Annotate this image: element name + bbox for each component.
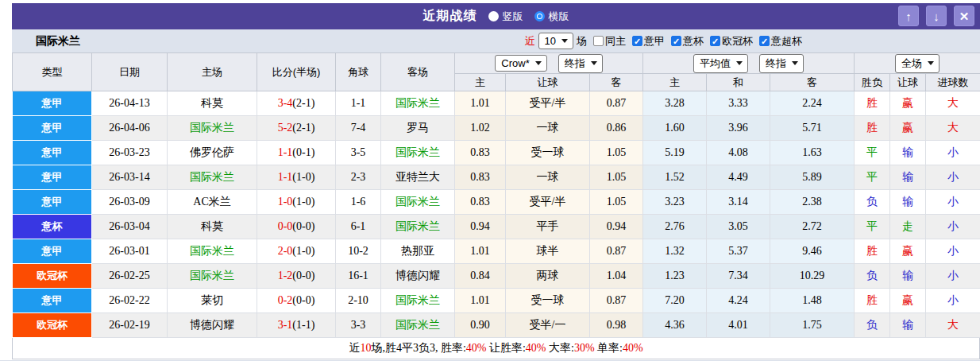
table-row: 意甲26-03-23佛罗伦萨1-1(0-1)3-5国际米兰0.83受一球1.05… — [13, 141, 980, 165]
match-date: 26-03-04 — [92, 215, 168, 239]
avg-home: 1.32 — [643, 239, 707, 264]
odds-home: 0.83 — [455, 190, 506, 215]
halftime-score: (2-1) — [292, 122, 314, 134]
table-row: 意杯26-03-04科莫0-0(0-0)6-1国际米兰0.94平手0.942.7… — [13, 215, 980, 239]
goals-cell: 小 — [926, 165, 980, 190]
odds-away: 0.86 — [590, 116, 643, 141]
away-team: 国际米兰 — [381, 91, 455, 116]
filters-group: 近 10 场 同主 ✓意甲✓意杯✓欧冠杯✓意超杯 — [525, 33, 802, 49]
score-cell: 3-4(2-1) — [257, 91, 336, 116]
handicap-result-cell: 输 — [890, 165, 926, 190]
move-down-button[interactable]: ↓ — [926, 6, 947, 26]
odds-stage-select-2[interactable]: 终指 — [759, 54, 804, 73]
col-header-score: 比分(半场) — [257, 53, 336, 91]
corner-score: 2-3 — [336, 165, 381, 190]
match-date: 26-03-01 — [92, 239, 168, 264]
move-up-button[interactable]: ↑ — [898, 6, 919, 26]
odds-home: 1.01 — [455, 91, 506, 116]
odds-handicap: 受平/半 — [506, 190, 590, 215]
radio-vertical-label: 竖版 — [503, 10, 523, 24]
home-team: 国际米兰 — [168, 264, 257, 289]
chevron-down-icon — [792, 61, 798, 65]
bookmaker-select[interactable]: Crow* — [495, 55, 546, 72]
recent-label: 近 — [525, 34, 535, 49]
sub-header-avg-away: 客 — [770, 74, 855, 91]
sub-header-result: 胜负 — [855, 74, 890, 91]
title-bar: 近期战绩 竖版 横版 ↑ ↓ ✕ — [12, 3, 980, 29]
odds-home: 1.01 — [455, 289, 506, 313]
summary-row: 近10场,胜4平3负3, 胜率:40% 让胜率:40% 大率:30% 单率:40… — [12, 338, 980, 359]
home-team: 国际米兰 — [168, 116, 257, 141]
score-cell: 5-2(2-1) — [257, 116, 336, 141]
score-cell: 1-1(0-1) — [257, 141, 336, 165]
score-cell: 3-1(1-1) — [257, 313, 336, 338]
fulltime-group-header: 全场 — [855, 53, 980, 74]
odds-away: 0.98 — [590, 313, 643, 338]
table-row: 意甲26-02-22莱切0-2(0-0)2-10国际米兰1.01受一球0.877… — [13, 289, 980, 313]
avg-home: 1.60 — [643, 116, 707, 141]
halftime-score: (0-0) — [292, 294, 314, 306]
average-select[interactable]: 平均值 — [693, 54, 748, 73]
league-filter-checkboxes: ✓意甲✓意杯✓欧冠杯✓意超杯 — [626, 34, 802, 49]
close-button[interactable]: ✕ — [954, 6, 974, 26]
goals-cell: 大 — [926, 116, 980, 141]
summary-segment: 让胜率: — [486, 342, 525, 354]
away-team: 国际米兰 — [381, 313, 455, 338]
recent-count-select[interactable]: 10 — [538, 33, 573, 49]
summary-segment: 单率: — [595, 342, 623, 354]
league-checkbox[interactable]: ✓ — [632, 36, 642, 46]
avg-draw: 4.08 — [707, 141, 770, 165]
average-group-header: 平均值 终指 — [643, 53, 855, 74]
radio-horizontal-label: 横版 — [549, 10, 569, 24]
league-checkbox[interactable]: ✓ — [710, 36, 720, 46]
home-team: 莱切 — [168, 289, 257, 313]
recent-count-value: 10 — [545, 35, 556, 47]
chevron-down-icon — [736, 61, 743, 65]
summary-segment: 场,胜4平3负3, 胜率: — [371, 342, 465, 354]
home-team: AC米兰 — [168, 190, 257, 215]
odds-stage-select-1[interactable]: 终指 — [558, 54, 603, 73]
avg-away: 1.63 — [770, 141, 855, 165]
result-cell: 平 — [855, 165, 890, 190]
odds-home: 1.02 — [455, 116, 506, 141]
match-date: 26-02-19 — [92, 313, 168, 338]
fulltime-select[interactable]: 全场 — [895, 54, 939, 73]
result-cell: 胜 — [855, 239, 890, 264]
match-date: 26-02-22 — [92, 289, 168, 313]
away-team: 国际米兰 — [381, 215, 455, 239]
score-cell: 1-0(1-0) — [257, 190, 336, 215]
result-cell: 负 — [855, 313, 890, 338]
radio-horizontal-icon[interactable] — [534, 11, 545, 21]
league-checkbox[interactable]: ✓ — [671, 36, 681, 46]
corner-score: 16-1 — [336, 264, 381, 289]
halftime-score: (1-0) — [292, 196, 314, 208]
avg-draw: 3.05 — [707, 215, 770, 239]
match-date: 26-02-25 — [92, 264, 168, 289]
league-checkbox[interactable]: ✓ — [759, 36, 770, 46]
same-home-checkbox[interactable] — [593, 36, 604, 46]
score-cell: 0-2(0-0) — [257, 289, 336, 313]
league-badge: 意甲 — [13, 91, 92, 116]
halftime-score: (2-1) — [292, 97, 314, 109]
corner-score: 6-1 — [336, 215, 381, 239]
league-checkbox-label: 欧冠杯 — [722, 34, 753, 49]
summary-segment: 40% — [466, 342, 487, 354]
window-buttons: ↑ ↓ ✕ — [891, 6, 974, 26]
odds-away: 0.87 — [590, 289, 643, 313]
radio-horizontal-layout[interactable]: 横版 — [534, 10, 569, 24]
avg-away: 2.72 — [770, 215, 855, 239]
league-badge: 意甲 — [13, 141, 92, 165]
avg-draw: 5.37 — [707, 239, 770, 264]
fulltime-score: 0-0 — [278, 220, 293, 232]
away-team: 罗马 — [381, 116, 455, 141]
radio-vertical-layout[interactable]: 竖版 — [488, 10, 523, 24]
avg-home: 1.23 — [643, 264, 707, 289]
goals-cell: 小 — [926, 289, 980, 313]
home-team: 国际米兰 — [168, 239, 257, 264]
away-team: 博德闪耀 — [381, 264, 455, 289]
radio-vertical-icon[interactable] — [488, 11, 499, 21]
col-header-corner: 角球 — [336, 53, 381, 91]
same-home-label: 同主 — [605, 34, 626, 49]
games-label: 场 — [577, 34, 587, 49]
summary-segment: 40% — [623, 342, 643, 354]
